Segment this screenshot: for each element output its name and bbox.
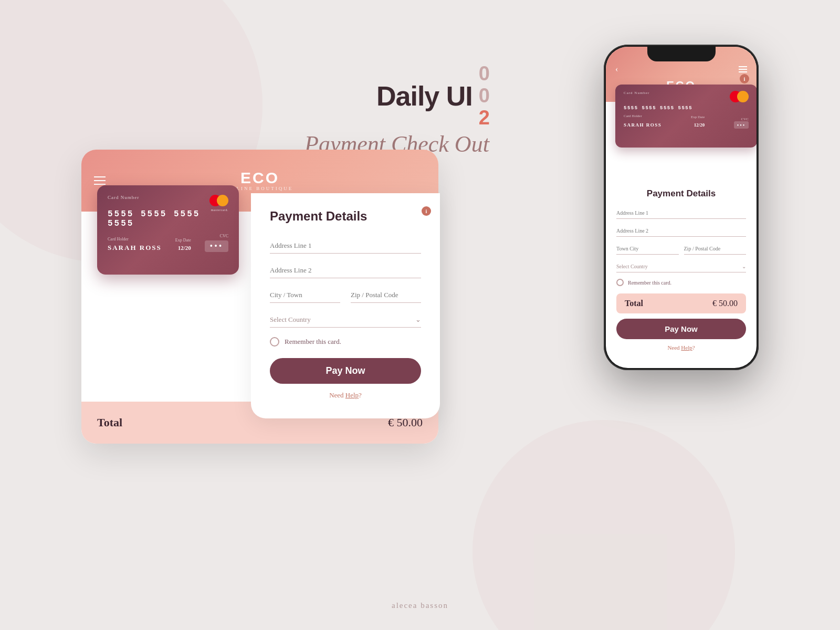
desktop-country-label: Select Country — [270, 316, 311, 324]
phone-remember-text: Remember this card. — [628, 280, 671, 286]
hamburger-icon[interactable] — [94, 176, 106, 185]
phone-remember-checkbox[interactable] — [616, 279, 624, 286]
phone-cvc-label: CVC — [734, 117, 749, 121]
phone-country-select[interactable]: Select Country ⌄ — [616, 261, 746, 272]
title-num-0: 0 — [479, 63, 489, 85]
desktop-eco-text: ECO — [227, 170, 293, 186]
title-area: Daily UI 0 0 2 Payment Check Out — [304, 63, 489, 158]
title-num-2: 2 — [479, 107, 489, 129]
phone-inner: ‹ ECO ONLINE BOUTIQUE Card Number — [606, 47, 757, 368]
phone-city-input[interactable] — [616, 243, 679, 255]
desktop-info-dot: i — [422, 206, 431, 216]
phone-need-help: Need Help? — [616, 344, 746, 351]
phone-address2-input[interactable] — [616, 225, 746, 237]
exp-date-value: 12/20 — [178, 245, 191, 251]
phone-payment-title: Payment Details — [616, 188, 746, 199]
phone-exp-value: 12/20 — [694, 122, 705, 128]
desktop-remember-row: Remember this card. — [270, 337, 421, 346]
phone-exp-label: Exp Date — [691, 115, 705, 119]
desktop-country-select[interactable]: Select Country ⌄ — [270, 312, 421, 328]
phone-total-bar: Total € 50.00 — [616, 293, 746, 313]
desktop-need-help: Need Help? — [270, 391, 421, 400]
title-daily-ui-text: Daily UI — [376, 80, 472, 112]
phone-total-amount: € 50.00 — [712, 299, 738, 308]
phone-mockup: ‹ ECO ONLINE BOUTIQUE Card Number — [604, 45, 759, 370]
phone-chevron-down-icon: ⌄ — [742, 264, 746, 269]
chevron-down-icon: ⌄ — [415, 316, 421, 324]
card-number: 5555 5555 5555 5555 — [108, 209, 228, 228]
phone-card-number-label: Card Number — [624, 91, 649, 95]
desktop-remember-text: Remember this card. — [285, 338, 341, 346]
phone-hamburger-icon[interactable] — [739, 66, 747, 72]
phone-holder-label: Card Holder — [624, 114, 662, 118]
exp-date-label: Exp Date — [175, 238, 191, 243]
mc-label: mastercard. — [211, 208, 228, 212]
desktop-city-zip-row — [270, 288, 421, 312]
phone-nav: ‹ — [606, 65, 757, 74]
phone-cvc-dots: ••• — [734, 121, 749, 129]
desktop-credit-card: Card Number mastercard. 5555 5555 5555 5… — [97, 185, 239, 275]
cvc-label: CVC — [205, 234, 228, 238]
phone-credit-card: Card Number 5555 5555 5555 5555 Card Hol… — [615, 85, 757, 148]
phone-outer: ‹ ECO ONLINE BOUTIQUE Card Number — [604, 45, 759, 370]
phone-notch — [647, 47, 716, 61]
card-holder-label: Card Holder — [108, 237, 162, 242]
phone-city-zip-row — [616, 243, 746, 261]
phone-info-dot: i — [740, 74, 749, 83]
phone-country-label: Select Country — [616, 264, 648, 269]
phone-remember-row: Remember this card. — [616, 279, 746, 286]
title-num-1: 0 — [479, 85, 489, 107]
phone-content: Payment Details Select Country ⌄ Remembe… — [606, 157, 757, 361]
phone-pay-now-button[interactable]: Pay Now — [616, 319, 746, 339]
desktop-address2-input[interactable] — [270, 263, 421, 278]
desktop-remember-checkbox[interactable] — [270, 337, 279, 346]
phone-holder-name: SARAH ROSS — [624, 122, 662, 128]
phone-mastercard-icon — [730, 91, 749, 102]
desktop-zip-input[interactable] — [351, 288, 421, 303]
desktop-address1-input[interactable] — [270, 238, 421, 254]
desktop-payment-panel: Payment Details Select Country ⌄ Remembe… — [251, 193, 440, 418]
title-numbers: 0 0 2 — [479, 63, 489, 129]
mastercard-icon: mastercard. — [209, 195, 228, 206]
mc-yellow-circle — [217, 195, 228, 206]
desktop-payment-title: Payment Details — [270, 209, 421, 224]
phone-address1-input[interactable] — [616, 207, 746, 219]
phone-zip-input[interactable] — [684, 243, 747, 255]
phone-help-link[interactable]: Help — [681, 344, 692, 351]
cvc-dots: ••• — [205, 240, 228, 252]
card-number-label: Card Number — [108, 195, 139, 200]
phone-card-number: 5555 5555 5555 5555 — [624, 106, 749, 111]
card-holder-name: SARAH ROSS — [108, 244, 162, 251]
desktop-pay-now-button[interactable]: Pay Now — [270, 358, 421, 384]
footer-credit: alecea basson — [392, 601, 448, 610]
phone-total-label: Total — [625, 299, 643, 308]
phone-mc-yellow — [737, 91, 749, 102]
back-icon[interactable]: ‹ — [615, 65, 618, 74]
desktop-city-input[interactable] — [270, 288, 340, 303]
desktop-help-link[interactable]: Help — [345, 391, 359, 399]
